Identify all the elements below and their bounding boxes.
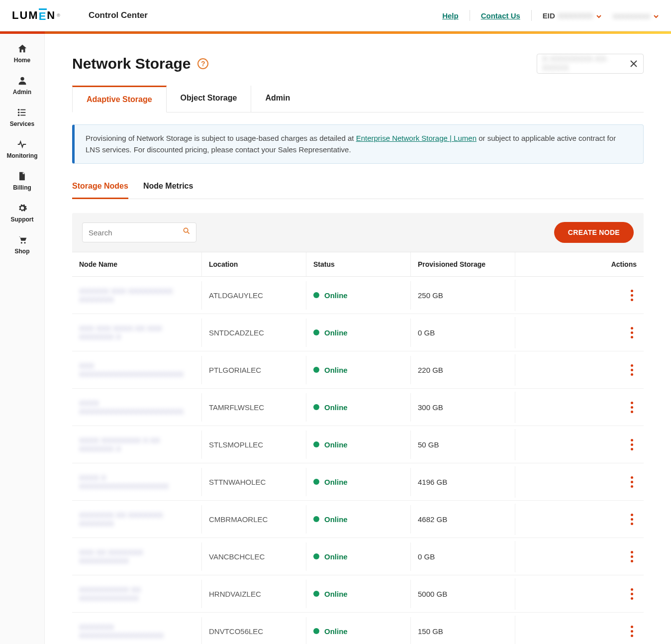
sidebar-item-billing[interactable]: Billing	[13, 170, 31, 191]
cell-status: Online	[306, 580, 410, 608]
cell-node-name[interactable]: XXXX XXXXXXXXXXXXXXXXXXXXX	[72, 389, 201, 426]
cell-actions	[515, 280, 644, 311]
create-node-button[interactable]: CREATE NODE	[554, 222, 634, 243]
table-body: XXXXXX XXX XXXXXXXXX XXXXXXXATLDGAUYLECO…	[72, 277, 644, 644]
table-row: XXXXXX XXX XXXXXXXXX XXXXXXXATLDGAUYLECO…	[72, 277, 644, 314]
row-actions-menu-icon[interactable]	[631, 327, 634, 338]
table-row: XXXXXXX XX XXXXXXX XXXXXXXCMBRMAORLECOnl…	[72, 501, 644, 538]
tab-admin[interactable]: Admin	[251, 86, 304, 112]
contact-link[interactable]: Contact Us	[481, 11, 520, 20]
cell-status: Online	[306, 505, 410, 534]
account-dropdown[interactable]: xxxxxxxxx	[613, 11, 659, 20]
status-dot-icon	[313, 553, 319, 559]
cell-actions	[515, 578, 644, 610]
sidebar-item-support[interactable]: Support	[11, 202, 34, 223]
sidebar-item-label: Admin	[13, 89, 31, 96]
table-row: XXXX X XXXXXXXXXXXXXXXXXXSTTNWAHOLECOnli…	[72, 463, 644, 501]
nodes-table: Node Name Location Status Provisioned St…	[72, 252, 644, 644]
cell-location: VANCBCHCLEC	[201, 542, 306, 571]
cell-location: ATLDGAUYLEC	[201, 281, 306, 310]
row-actions-menu-icon[interactable]	[631, 402, 634, 413]
context-filter-value: X-XXXXXXXX-XX-XXXXX	[542, 55, 625, 73]
row-actions-menu-icon[interactable]	[631, 439, 634, 450]
cell-node-name[interactable]: XXXXXXXXXX XX XXXXXXXXXXXX	[72, 575, 201, 612]
col-header-actions: Actions	[515, 252, 644, 276]
cell-node-name[interactable]: XXX XX XXXXXXX XXXXXXXXXX	[72, 538, 201, 575]
brand-logo[interactable]: LUMEN®	[12, 8, 61, 23]
cell-node-name[interactable]: XXX XXX XXXX XX XXX XXXXXXX X	[72, 314, 201, 351]
status-label: Online	[324, 478, 348, 486]
banner-link[interactable]: Enterprise Network Storage | Lumen	[356, 134, 477, 142]
row-actions-menu-icon[interactable]	[631, 290, 634, 301]
divider	[470, 10, 470, 21]
sidebar-item-admin[interactable]: Admin	[13, 75, 31, 96]
row-actions-menu-icon[interactable]	[631, 551, 634, 562]
sidebar-item-monitoring[interactable]: Monitoring	[7, 138, 38, 159]
tab-storage-nodes[interactable]: Storage Nodes	[72, 177, 128, 199]
row-actions-menu-icon[interactable]	[631, 588, 634, 600]
cell-location: CMBRMAORLEC	[201, 505, 306, 534]
cell-location: TAMRFLWSLEC	[201, 393, 306, 422]
cell-node-name[interactable]: XXXXXXX XX XXXXXXX XXXXXXX	[72, 501, 201, 537]
status-dot-icon	[313, 516, 319, 522]
sidebar: Home Admin Services Monitoring Billing S…	[0, 34, 45, 644]
cell-provisioned: 4196 GB	[410, 468, 515, 496]
cell-location: STLSMOPLLEC	[201, 430, 306, 459]
status-label: Online	[324, 366, 348, 374]
tab-object-storage[interactable]: Object Storage	[167, 86, 252, 112]
sidebar-item-shop[interactable]: Shop	[15, 234, 30, 255]
close-icon[interactable]	[629, 59, 638, 68]
nodes-panel: CREATE NODE Node Name Location Status Pr…	[72, 213, 644, 644]
eid-dropdown[interactable]: EID XXXXXXX	[543, 11, 602, 20]
search-icon[interactable]	[183, 227, 190, 237]
sidebar-item-label: Services	[10, 120, 34, 127]
status-label: Online	[324, 328, 348, 337]
primary-tabs: Adaptive Storage Object Storage Admin	[72, 86, 644, 112]
sidebar-item-label: Support	[11, 216, 34, 223]
top-bar: LUMEN® Control Center Help Contact Us EI…	[0, 0, 671, 31]
gear-icon	[16, 202, 28, 214]
status-label: Online	[324, 627, 348, 636]
cell-node-name[interactable]: XXX XXXXXXXXXXXXXXXXXXXXX	[72, 351, 201, 388]
info-banner: Provisioning of Network Storage is subje…	[72, 124, 644, 164]
col-header-status[interactable]: Status	[306, 252, 410, 276]
sidebar-item-label: Monitoring	[7, 152, 38, 159]
cell-status: Online	[306, 281, 410, 310]
sidebar-item-services[interactable]: Services	[10, 107, 34, 127]
cell-provisioned: 4682 GB	[410, 505, 515, 534]
col-header-provisioned[interactable]: Provisioned Storage	[410, 252, 515, 276]
cell-actions	[515, 616, 644, 644]
cell-status: Online	[306, 430, 410, 459]
cell-node-name[interactable]: XXXX X XXXXXXXXXXXXXXXXXX	[72, 463, 201, 500]
page-header: Network Storage ? X-XXXXXXXX-XX-XXXXX	[72, 54, 644, 74]
row-actions-menu-icon[interactable]	[631, 476, 634, 488]
cell-node-name[interactable]: XXXXXX XXX XXXXXXXXX XXXXXXX	[72, 277, 201, 314]
cell-actions	[515, 541, 644, 572]
col-header-location[interactable]: Location	[201, 252, 306, 276]
cell-status: Online	[306, 617, 410, 644]
cell-actions	[515, 504, 644, 535]
status-dot-icon	[313, 404, 319, 410]
row-actions-menu-icon[interactable]	[631, 514, 634, 525]
status-dot-icon	[313, 329, 319, 335]
user-icon	[16, 75, 28, 87]
tab-adaptive-storage[interactable]: Adaptive Storage	[72, 86, 167, 112]
tab-node-metrics[interactable]: Node Metrics	[143, 177, 193, 199]
list-icon	[16, 107, 28, 118]
status-label: Online	[324, 440, 348, 449]
row-actions-menu-icon[interactable]	[631, 364, 634, 376]
cell-node-name[interactable]: XXXXXXX XXXXXXXXXXXXXXXXX	[72, 613, 201, 644]
row-actions-menu-icon[interactable]	[631, 626, 634, 637]
sidebar-item-home[interactable]: Home	[14, 43, 30, 64]
chevron-down-icon	[653, 12, 659, 18]
help-icon[interactable]: ?	[197, 58, 208, 69]
help-link[interactable]: Help	[442, 11, 459, 20]
table-row: XXXX XXXXXXXX X XX XXXXXXX XSTLSMOPLLECO…	[72, 426, 644, 463]
context-filter[interactable]: X-XXXXXXXX-XX-XXXXX	[537, 54, 644, 74]
main-content: Network Storage ? X-XXXXXXXX-XX-XXXXX Ad…	[45, 34, 671, 644]
search-input[interactable]	[89, 228, 183, 237]
cell-node-name[interactable]: XXXX XXXXXXXX X XX XXXXXXX X	[72, 426, 201, 463]
table-row: XXXX XXXXXXXXXXXXXXXXXXXXXTAMRFLWSLECOnl…	[72, 389, 644, 426]
col-header-name[interactable]: Node Name	[72, 252, 201, 276]
cart-icon	[16, 234, 28, 246]
